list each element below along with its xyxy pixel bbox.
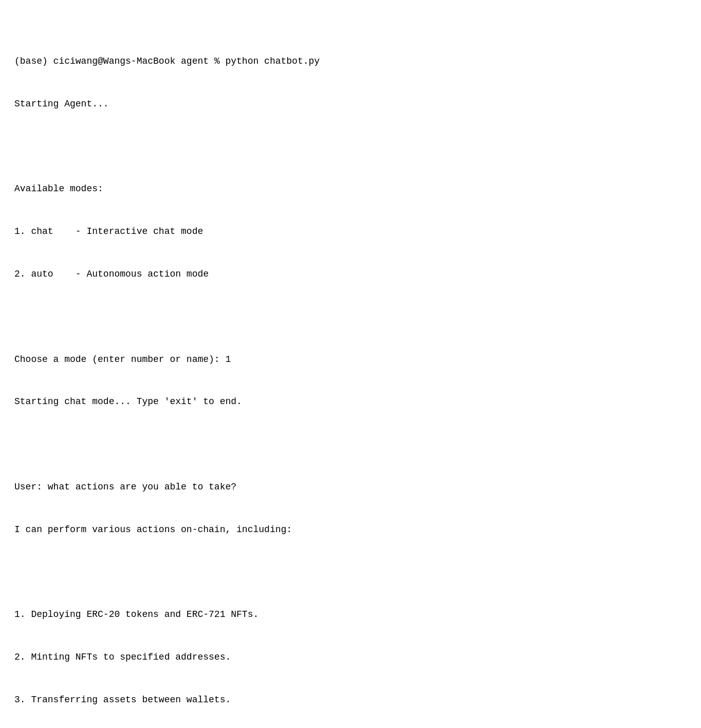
action2-line: 2. Minting NFTs to specified addresses. (14, 650, 687, 665)
action3-line: 3. Transferring assets between wallets. (14, 693, 687, 707)
response1-line: I can perform various actions on-chain, … (14, 522, 687, 537)
blank4 (14, 565, 687, 580)
starting-chat-line: Starting chat mode... Type 'exit' to end… (14, 394, 687, 409)
choose-mode-line: Choose a mode (enter number or name): 1 (14, 352, 687, 367)
action1-line: 1. Deploying ERC-20 tokens and ERC-721 N… (14, 607, 687, 622)
starting-agent: Starting Agent... (14, 97, 687, 112)
user1-line: User: what actions are you able to take? (14, 480, 687, 495)
prompt-line: (base) ciciwang@Wangs-MacBook agent % py… (14, 54, 687, 69)
blank3 (14, 437, 687, 452)
mode1-line: 1. chat - Interactive chat mode (14, 224, 687, 239)
available-modes-header: Available modes: (14, 181, 687, 196)
mode2-line: 2. auto - Autonomous action mode (14, 267, 687, 282)
blank1 (14, 139, 687, 154)
terminal-output: (base) ciciwang@Wangs-MacBook agent % py… (14, 12, 687, 728)
blank2 (14, 310, 687, 324)
